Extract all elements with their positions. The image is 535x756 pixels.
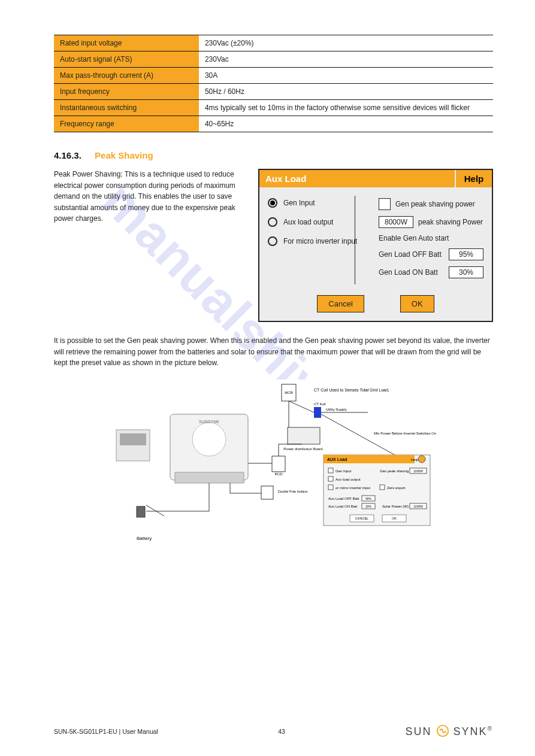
table-row: Auto-start signal (ATS)230Vac [54,51,493,68]
brand-logo: SUN SYNK® [406,724,493,738]
svg-point-25 [418,456,425,463]
svg-rect-26 [328,468,333,473]
peak-shaving-value-row: 8000W peak shaving Power [379,216,483,228]
battery-label: Battery [137,536,152,541]
mini-help: Help [411,458,419,462]
gen-load-off-label: Gen Load OFF Batt [379,250,442,259]
logo-right: SYNK [454,725,488,737]
svg-line-10 [289,401,314,412]
mini-off-label: Aux Load OFF Batt [328,497,359,500]
mcb-label: MCB [285,391,292,394]
checkbox-icon[interactable] [379,198,391,210]
spec-table: Rated input voltage230Vac (±20%) Auto-st… [54,35,493,132]
spec-value: 230Vac (±20%) [199,35,493,51]
ok-button[interactable]: OK [400,295,434,312]
table-row: Max pass-through current (A)30A [54,68,493,84]
cancel-button[interactable]: Cancel [317,295,364,312]
checkbox-label: Gen peak shaving power [395,200,475,208]
svg-line-22 [321,414,399,457]
mini-gps-val: 1000W [413,469,423,473]
enable-gen-auto-label: Enable Gen Auto start [379,234,449,242]
aux-load-output-radio-row[interactable]: Aux load output [268,217,373,227]
page-content: Rated input voltage230Vac (±20%) Auto-st… [0,0,535,583]
dpi-label: Double Pole Isolator [278,490,308,493]
spec-label: Input frequency [54,84,199,100]
svg-rect-8 [288,427,320,444]
value-label: peak shaving Power [418,218,483,226]
section-title-text: Peak Shaving [95,150,153,160]
paragraph: It is possible to set the Gen peak shavi… [54,335,493,369]
panel-title: Aux Load [259,170,455,187]
svg-rect-29 [328,485,333,490]
spec-label: Rated input voltage [54,35,199,51]
max-power-label: Min Power Before Invertal Switches On [374,432,436,435]
mini-solar-val: 1000W [413,505,423,508]
peak-shaving-power-input[interactable]: 8000W [379,216,413,228]
radio-label: Gen Input [283,199,315,207]
mini-zero: Zero export [387,486,406,490]
intro-paragraph-left: Peak Power Shaving: This is a technique … [54,169,246,230]
svg-rect-28 [328,476,333,481]
svg-rect-4 [120,433,146,445]
registered-icon: ® [488,725,493,732]
svg-point-1 [192,423,226,456]
spec-label: Auto-start signal (ATS) [54,51,199,68]
table-row: Rated input voltage230Vac (±20%) [54,35,493,51]
section-number: 4.16.3. [54,150,81,160]
mini-off-val: 90% [365,497,372,500]
mini-solar-label: Solar Power (W) [382,505,409,508]
mini-panel-title: AUX Load [327,457,347,462]
gen-input-radio-row[interactable]: Gen Input [268,198,373,208]
micro-inverter-radio-row[interactable]: For micro inverter input [268,236,373,246]
svg-rect-15 [261,486,273,499]
svg-rect-20 [137,506,145,517]
table-row: Input frequency50Hz / 60Hz [54,84,493,100]
panel-right-column: Gen peak shaving power 8000W peak shavin… [379,198,483,284]
gen-load-off-input[interactable]: 95% [449,248,483,260]
paragraph: Peak Power Shaving: This is a technique … [54,169,243,224]
mini-ok-button: OK [392,517,397,520]
gen-load-on-label: Gen Load ON Batt [379,268,438,277]
diagram-brand: SUNSYNK [199,420,219,424]
spec-label: Frequency range [54,116,199,132]
aux-load-panel: Aux Load Help Gen Input Aux load output [258,169,493,322]
svg-rect-30 [380,485,385,490]
pd-board-label: Power distribution Board [283,447,322,451]
footer-left-text: SUN-5K-SG01LP1-EU | User Manual [54,728,158,735]
gen-peak-shaving-row[interactable]: Gen peak shaving power [379,198,483,210]
section-heading: 4.16.3. Peak Shaving [54,150,493,160]
radio-icon[interactable] [268,217,277,227]
mini-cancel-button: CANCEL [355,517,368,520]
radio-label: For micro inverter input [283,237,357,245]
footer-page-number: 43 [278,728,285,735]
page-footer: SUN-5K-SG01LP1-EU | User Manual 43 SUN S… [0,724,535,738]
logo-left: SUN [406,725,432,737]
panel-left-column: Gen Input Aux load output For micro inve… [268,198,373,284]
ct-coil-label: CT Coil Used to Senses Total Grid Load, [314,388,389,392]
radio-icon[interactable] [268,236,277,246]
svg-line-21 [146,505,164,516]
radio-icon[interactable] [268,198,277,208]
mini-gen-input: Gen Input [335,469,352,473]
spec-value: 40~65Hz [199,116,493,132]
rcd-label: RCD [275,472,283,476]
svg-rect-6 [314,407,321,418]
spec-value: 230Vac [199,51,493,68]
table-row: Instantaneous switching4ms typically set… [54,100,493,116]
ct-koil-label: CT Koil [314,402,326,406]
svg-rect-11 [272,456,285,472]
spec-value: 30A [199,68,493,84]
radio-label: Aux load output [283,218,333,226]
spec-label: Instantaneous switching [54,100,199,116]
mini-on-label: Aux Load ON Batt [328,505,358,508]
gen-load-on-input[interactable]: 30% [449,266,483,278]
mini-aux-out: Aux load output [335,478,361,481]
logo-swirl-icon [436,724,449,737]
help-button[interactable]: Help [456,170,492,187]
mini-on-val: 20% [365,505,372,508]
wiring-diagram: SUNSYNK MCB CT Coil Used to Senses Total… [110,379,437,559]
spec-value: 4ms typically set to 10ms in the factory… [199,100,493,116]
gen-load-on-row: Gen Load ON Batt 30% [379,266,483,278]
mini-micro: or micro inverter input [335,486,370,490]
svg-rect-23 [324,455,430,526]
